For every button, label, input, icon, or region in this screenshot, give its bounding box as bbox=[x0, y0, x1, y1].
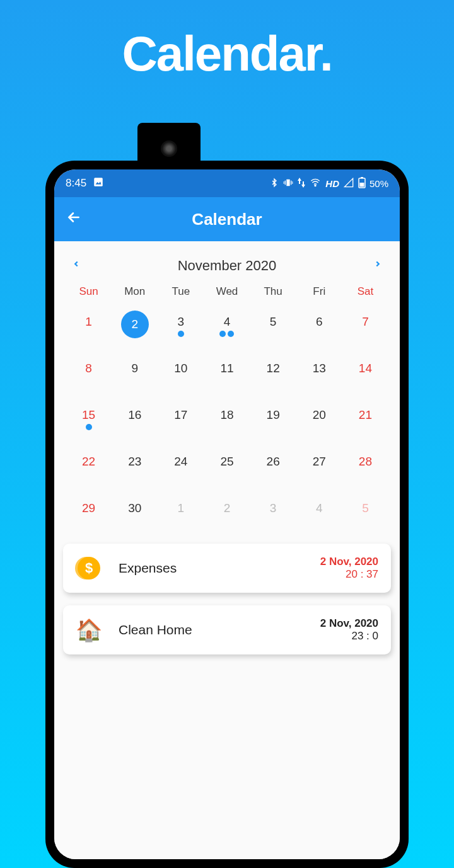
calendar-day[interactable]: 6 bbox=[296, 311, 342, 345]
status-bar: 8:45 HD bbox=[54, 169, 400, 197]
calendar-day[interactable]: 16 bbox=[112, 404, 158, 438]
promo-title: Calendar. bbox=[0, 0, 454, 83]
day-number: 24 bbox=[174, 450, 187, 473]
calendar-day[interactable]: 28 bbox=[342, 450, 388, 484]
phone-frame: 8:45 HD bbox=[45, 161, 409, 868]
day-number: 1 bbox=[178, 497, 185, 520]
calendar-day[interactable]: 26 bbox=[250, 450, 296, 484]
event-meta: 2 Nov, 202020 : 37 bbox=[320, 556, 378, 581]
day-of-week-header: Fri bbox=[296, 285, 342, 298]
calendar-day[interactable]: 1 bbox=[66, 311, 112, 345]
events-list: $Expenses2 Nov, 202020 : 37🏠Clean Home2 … bbox=[63, 544, 391, 654]
svg-rect-9 bbox=[361, 177, 363, 178]
calendar-day[interactable]: 9 bbox=[112, 357, 158, 391]
calendar-day[interactable]: 10 bbox=[158, 357, 204, 391]
calendar-day[interactable]: 18 bbox=[204, 404, 250, 438]
day-number: 3 bbox=[270, 497, 277, 520]
image-icon bbox=[93, 176, 104, 191]
day-number: 11 bbox=[220, 357, 233, 380]
day-number: 17 bbox=[174, 404, 187, 426]
house-icon: 🏠 bbox=[76, 617, 102, 643]
day-number: 6 bbox=[316, 311, 323, 333]
calendar-day[interactable]: 20 bbox=[296, 404, 342, 438]
calendar-day[interactable]: 14 bbox=[342, 357, 388, 391]
calendar-day[interactable]: 17 bbox=[158, 404, 204, 438]
day-number: 4 bbox=[316, 497, 323, 520]
content-area: November 2020 SunMonTueWedThuFriSat12345… bbox=[54, 241, 400, 859]
wifi-icon bbox=[309, 178, 322, 190]
day-number: 2 bbox=[224, 497, 231, 520]
calendar-day[interactable]: 8 bbox=[66, 357, 112, 391]
svg-rect-4 bbox=[291, 180, 291, 185]
day-number: 30 bbox=[128, 497, 141, 520]
calendar-day[interactable]: 5 bbox=[342, 497, 388, 531]
svg-rect-2 bbox=[287, 179, 290, 186]
calendar-day[interactable]: 5 bbox=[250, 311, 296, 345]
day-number: 29 bbox=[82, 497, 95, 520]
day-number: 14 bbox=[359, 357, 372, 380]
event-time: 23 : 0 bbox=[320, 630, 378, 642]
event-meta: 2 Nov, 202023 : 0 bbox=[320, 617, 378, 642]
day-of-week-header: Thu bbox=[250, 285, 296, 298]
day-number: 9 bbox=[131, 357, 138, 380]
prev-month-button[interactable] bbox=[72, 258, 81, 274]
event-title: Clean Home bbox=[119, 622, 304, 637]
event-indicator bbox=[219, 331, 234, 337]
calendar-day[interactable]: 4 bbox=[204, 311, 250, 345]
calendar-day[interactable]: 2 bbox=[204, 497, 250, 531]
event-card[interactable]: 🏠Clean Home2 Nov, 202023 : 0 bbox=[63, 605, 391, 654]
next-month-button[interactable] bbox=[373, 258, 382, 274]
calendar-day[interactable]: 11 bbox=[204, 357, 250, 391]
calendar-day[interactable]: 27 bbox=[296, 450, 342, 484]
calendar-day[interactable]: 13 bbox=[296, 357, 342, 391]
calendar-day[interactable]: 12 bbox=[250, 357, 296, 391]
calendar-day[interactable]: 25 bbox=[204, 450, 250, 484]
calendar-day[interactable]: 3 bbox=[158, 311, 204, 345]
day-number: 19 bbox=[267, 404, 280, 426]
day-of-week-header: Mon bbox=[112, 285, 158, 298]
day-number: 16 bbox=[128, 404, 141, 426]
day-number: 27 bbox=[313, 450, 326, 473]
calendar-day[interactable]: 1 bbox=[158, 497, 204, 531]
calendar-day[interactable]: 15 bbox=[66, 404, 112, 438]
app-bar-title: Calendar bbox=[54, 210, 400, 229]
vibrate-icon bbox=[282, 178, 294, 190]
day-of-week-header: Sun bbox=[66, 285, 112, 298]
calendar-day[interactable]: 21 bbox=[342, 404, 388, 438]
calendar-day[interactable]: 30 bbox=[112, 497, 158, 531]
calendar-day[interactable]: 29 bbox=[66, 497, 112, 531]
signal-icon bbox=[343, 178, 354, 190]
day-number: 21 bbox=[359, 404, 372, 426]
svg-point-7 bbox=[315, 185, 316, 186]
calendar-day[interactable]: 22 bbox=[66, 450, 112, 484]
day-number: 1 bbox=[85, 311, 92, 333]
svg-rect-3 bbox=[285, 180, 286, 185]
calendar-day[interactable]: 19 bbox=[250, 404, 296, 438]
day-number: 8 bbox=[85, 357, 92, 380]
back-button[interactable] bbox=[66, 209, 82, 230]
day-number: 22 bbox=[82, 450, 95, 473]
app-bar: Calendar bbox=[54, 197, 400, 241]
status-time: 8:45 bbox=[66, 177, 86, 190]
day-number: 5 bbox=[270, 311, 277, 333]
day-number: 28 bbox=[359, 450, 372, 473]
calendar-day[interactable]: 2 bbox=[112, 311, 158, 345]
day-number: 15 bbox=[82, 404, 95, 426]
month-label[interactable]: November 2020 bbox=[178, 258, 277, 274]
event-date: 2 Nov, 2020 bbox=[320, 556, 378, 568]
day-number: 26 bbox=[267, 450, 280, 473]
calendar-day[interactable]: 23 bbox=[112, 450, 158, 484]
calendar-day[interactable]: 4 bbox=[296, 497, 342, 531]
day-number: 18 bbox=[220, 404, 233, 426]
day-number: 4 bbox=[224, 311, 231, 333]
day-number: 3 bbox=[178, 311, 185, 333]
day-of-week-header: Tue bbox=[158, 285, 204, 298]
event-card[interactable]: $Expenses2 Nov, 202020 : 37 bbox=[63, 544, 391, 593]
calendar-day[interactable]: 3 bbox=[250, 497, 296, 531]
calendar-day[interactable]: 24 bbox=[158, 450, 204, 484]
data-icon bbox=[298, 178, 305, 190]
day-number: 13 bbox=[313, 357, 326, 380]
month-header: November 2020 bbox=[63, 251, 391, 285]
calendar-day[interactable]: 7 bbox=[342, 311, 388, 345]
day-of-week-header: Wed bbox=[204, 285, 250, 298]
